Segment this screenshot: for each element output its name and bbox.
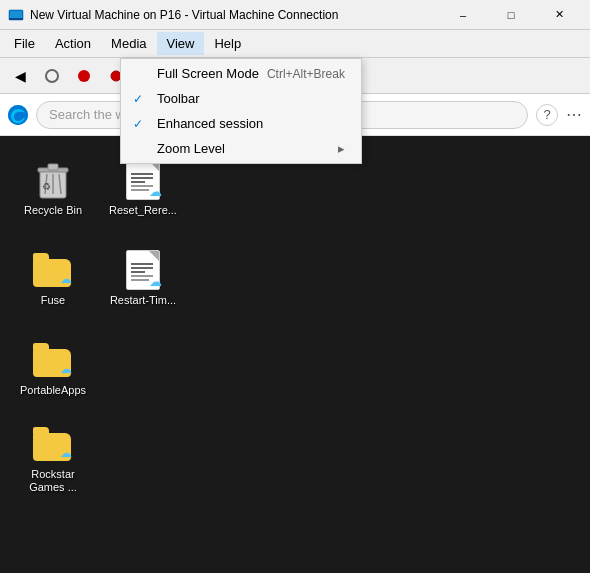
reset-label: Reset_Rere... <box>109 204 177 217</box>
menu-item-enhanced[interactable]: ✓ Enhanced session <box>121 111 361 136</box>
fuse-label: Fuse <box>41 294 65 307</box>
maximize-button[interactable]: □ <box>488 0 534 30</box>
svg-text:♻: ♻ <box>42 181 51 192</box>
desktop-icon-rockstar[interactable]: ☁ Rockstar Games ... <box>8 414 98 504</box>
desktop-icon-restart[interactable]: ☁ Restart-Tim... <box>98 234 188 324</box>
menu-media[interactable]: Media <box>101 32 156 55</box>
menu-item-fullscreen[interactable]: Full Screen Mode Ctrl+Alt+Break <box>121 61 361 86</box>
menu-item-zoom-label: Zoom Level <box>157 141 225 156</box>
app-icon <box>8 7 24 23</box>
more-icon[interactable]: ⋯ <box>566 105 582 124</box>
enhanced-check-icon: ✓ <box>133 117 143 131</box>
view-dropdown-menu: Full Screen Mode Ctrl+Alt+Break ✓ Toolba… <box>120 58 362 164</box>
svg-rect-13 <box>48 164 58 170</box>
svg-point-4 <box>78 70 90 82</box>
zoom-arrow-icon: ▸ <box>338 141 345 156</box>
menu-help[interactable]: Help <box>204 32 251 55</box>
menu-action[interactable]: Action <box>45 32 101 55</box>
window-title: New Virtual Machine on P16 - Virtual Mac… <box>30 8 434 22</box>
toolbar-check-icon: ✓ <box>133 92 143 106</box>
menu-item-enhanced-label: Enhanced session <box>157 116 263 131</box>
fuse-folder-icon: ☁ <box>33 250 73 290</box>
menu-bar: File Action Media View Help Full Screen … <box>0 30 590 58</box>
portableapps-label: PortableApps <box>20 384 86 397</box>
menu-item-toolbar-label: Toolbar <box>157 91 200 106</box>
restart-label: Restart-Tim... <box>110 294 176 307</box>
help-icon[interactable]: ? <box>536 104 558 126</box>
menu-item-fullscreen-label: Full Screen Mode <box>157 66 259 81</box>
title-bar: New Virtual Machine on P16 - Virtual Mac… <box>0 0 590 30</box>
svg-point-3 <box>46 70 58 82</box>
desktop-icon-recycle[interactable]: ♻ Recycle Bin <box>8 144 98 234</box>
menu-item-toolbar[interactable]: ✓ Toolbar <box>121 86 361 111</box>
recycle-bin-icon: ♻ <box>33 160 73 200</box>
address-bar-icons: ? ⋯ <box>536 104 582 126</box>
menu-item-zoom[interactable]: Zoom Level ▸ <box>121 136 361 161</box>
fullscreen-shortcut: Ctrl+Alt+Break <box>267 67 345 81</box>
restart-doc-icon: ☁ <box>123 250 163 290</box>
portableapps-folder-icon: ☁ <box>33 340 73 380</box>
desktop-icon-fuse[interactable]: ☁ Fuse <box>8 234 98 324</box>
toolbar-back-btn[interactable]: ◀ <box>6 62 34 90</box>
svg-rect-1 <box>10 11 22 18</box>
menu-file[interactable]: File <box>4 32 45 55</box>
edge-browser-icon <box>8 105 28 125</box>
svg-rect-2 <box>9 18 23 20</box>
reset-doc-icon: ☁ <box>123 160 163 200</box>
menu-view[interactable]: View <box>157 32 205 55</box>
close-button[interactable]: ✕ <box>536 0 582 30</box>
toolbar-circle-btn[interactable] <box>38 62 66 90</box>
minimize-button[interactable]: – <box>440 0 486 30</box>
rockstar-label: Rockstar Games ... <box>13 468 93 494</box>
recycle-bin-label: Recycle Bin <box>24 204 82 217</box>
toolbar-stop-btn[interactable] <box>70 62 98 90</box>
rockstar-folder-icon: ☁ <box>33 424 73 464</box>
window-controls: – □ ✕ <box>440 0 582 30</box>
desktop: ♻ Recycle Bin ☁ Fuse ☁ PortableApp <box>0 136 590 573</box>
desktop-icon-portableapps[interactable]: ☁ PortableApps <box>8 324 98 414</box>
